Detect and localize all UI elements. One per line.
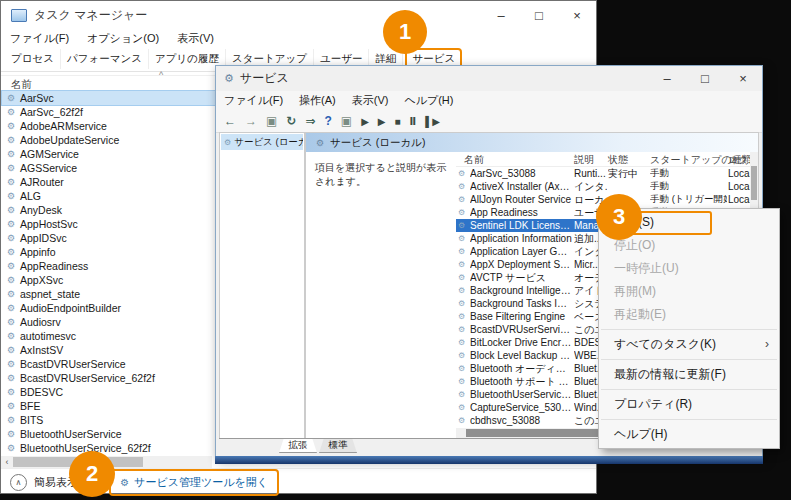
service-name: AdobeUpdateService	[20, 134, 119, 146]
context-menu-item[interactable]: すべてのタスク(K) ›	[599, 333, 779, 356]
menu-item[interactable]: 表示(V)	[177, 31, 214, 46]
tab[interactable]: プロセス	[5, 49, 61, 69]
open-services-link[interactable]: サービス管理ツールを開く	[134, 475, 268, 490]
scroll-left-icon[interactable]: ‹	[1, 457, 13, 467]
menu-item-label: ヘルプ(H)	[614, 427, 668, 441]
tab[interactable]: パフォーマンス	[61, 49, 149, 69]
gear-icon: ⚙	[458, 312, 465, 321]
service-name: AppXSvc	[20, 274, 63, 286]
service-row[interactable]: ⚙ ActiveX Installer (AxInstSV) インタ... 手動…	[456, 180, 750, 193]
service-row[interactable]: ⚙ AarSvc_53088 Runti... 実行中 手動 Local S.	[456, 167, 750, 180]
gear-icon: ⚙	[7, 289, 20, 299]
gear-icon: ⚙	[458, 260, 465, 269]
gear-icon: ⚙	[7, 387, 20, 397]
menu-item[interactable]: ファイル(F)	[224, 93, 283, 108]
menu-item[interactable]: ヘルプ(H)	[404, 93, 453, 108]
column-name[interactable]: 名前	[464, 153, 484, 167]
refresh-icon[interactable]: ↻	[286, 114, 296, 128]
context-menu-item[interactable]: 最新の情報に更新(F) ›	[599, 363, 779, 386]
context-menu-item[interactable]	[601, 329, 777, 330]
service-name: AVCTP サービス	[470, 271, 572, 285]
context-menu-item[interactable]: 再開(M) ›	[599, 280, 779, 303]
service-name: AppReadiness	[20, 260, 88, 272]
service-name: AxInstSV	[20, 344, 63, 356]
close-button[interactable]: ×	[558, 1, 596, 30]
gear-icon: ⚙	[458, 338, 465, 347]
menu-item[interactable]: オプション(O)	[87, 31, 159, 46]
context-menu-item[interactable]	[601, 389, 777, 390]
service-name: AarSvc	[20, 92, 54, 104]
gear-icon: ⚙	[458, 169, 465, 178]
service-startup-type: 手動	[650, 180, 727, 193]
back-icon[interactable]: ←	[224, 114, 236, 128]
service-name: Sentinel LDK License Ma...	[470, 220, 572, 231]
service-name: cbdhsvc_53088	[470, 415, 572, 426]
close-button[interactable]: ×	[724, 66, 762, 91]
gear-icon: ⚙	[7, 163, 20, 173]
context-menu-item[interactable]: プロパティ(R) ›	[599, 393, 779, 416]
step-2-callout: 2	[69, 451, 115, 497]
gear-icon: ⚙	[316, 138, 324, 148]
export-list-icon[interactable]: ⇒	[305, 114, 315, 128]
open-services-link-highlight: ⚙ サービス管理ツールを開く	[109, 469, 279, 496]
service-name: Bluetooth オーディオ ゲートウェイ...	[470, 362, 572, 376]
tree-item-services-local[interactable]: ⚙ サービス (ローカル)	[221, 134, 303, 150]
view-tab[interactable]: 拡張	[279, 439, 317, 453]
task-manager-menubar: ファイル(F)オプション(O)表示(V)	[1, 30, 596, 47]
menu-item[interactable]: 操作(A)	[299, 93, 336, 108]
menu-item-label: すべてのタスク(K)	[614, 337, 716, 351]
submenu-arrow-icon: ›	[765, 333, 769, 356]
context-menu-item[interactable]	[601, 419, 777, 420]
service-context-menu: 開始(S) › 停止(O) › 一時停止(U) › 再開(M) › 再起動(E)…	[598, 208, 780, 449]
service-startup-type: 手動 (トリガー開始)	[650, 193, 727, 206]
pause-service-icon[interactable]: Ⅱ	[410, 116, 417, 127]
help-icon[interactable]: ?	[324, 114, 331, 128]
service-name: AarSvc_62f2f	[20, 106, 83, 118]
gear-icon: ⚙	[458, 416, 465, 425]
start-service-icon[interactable]: ▶	[361, 116, 369, 127]
collapse-details-icon[interactable]: ∧	[10, 474, 27, 491]
services-app-icon: ⚙	[224, 72, 234, 85]
forward-icon[interactable]: →	[245, 114, 257, 128]
gear-icon: ⚙	[7, 401, 20, 411]
column-description[interactable]: 説明	[574, 153, 594, 167]
context-menu-item[interactable]: ヘルプ(H) ›	[599, 423, 779, 446]
view-tab[interactable]: 標準	[319, 439, 357, 453]
gear-icon: ⚙	[458, 286, 465, 295]
scrollbar-thumb[interactable]	[751, 166, 757, 200]
context-menu-item[interactable]: 再起動(E) ›	[599, 303, 779, 326]
sort-ascending-icon: ^	[508, 152, 512, 156]
tree-item-label: サービス (ローカル)	[234, 136, 303, 149]
service-name: BDESVC	[20, 386, 63, 398]
service-name: AarSvc_53088	[470, 168, 572, 179]
properties-icon[interactable]: ▣	[341, 114, 352, 128]
minimize-button[interactable]: –	[482, 1, 520, 30]
context-menu-item[interactable]	[601, 359, 777, 360]
service-name: AGSService	[20, 162, 77, 174]
restart-service-icon[interactable]: ▌▶	[425, 116, 440, 127]
service-name: aspnet_state	[20, 288, 80, 300]
gear-icon: ⚙	[7, 303, 20, 313]
gear-icon: ⚙	[7, 275, 20, 285]
resume-service-icon[interactable]: ▶	[378, 116, 386, 127]
gear-icon: ⚙	[458, 364, 465, 373]
context-menu-item[interactable]: 一時停止(U) ›	[599, 257, 779, 280]
gear-icon: ⚙	[7, 191, 20, 201]
menu-item[interactable]: 表示(V)	[352, 93, 389, 108]
service-name: AppIDSvc	[20, 232, 67, 244]
maximize-button[interactable]: □	[686, 66, 724, 91]
name-column-header[interactable]: ^ 名前	[1, 75, 216, 92]
gear-icon: ⚙	[7, 331, 20, 341]
minimize-button[interactable]: –	[648, 66, 686, 91]
maximize-button[interactable]: □	[520, 1, 558, 30]
services-titlebar: ⚙ サービス – □ ×	[216, 66, 762, 91]
gear-icon: ⚙	[224, 138, 231, 147]
service-name: Background Tasks Infrastruc...	[470, 298, 572, 309]
step-3-callout: 3	[596, 194, 642, 240]
gear-icon: ⚙	[7, 345, 20, 355]
menu-item[interactable]: ファイル(F)	[10, 31, 69, 46]
show-console-tree-icon[interactable]: ▣	[266, 114, 277, 128]
stop-service-icon[interactable]: ■	[395, 116, 401, 127]
column-status[interactable]: 状態	[608, 153, 628, 167]
window-title: サービス	[240, 70, 289, 87]
